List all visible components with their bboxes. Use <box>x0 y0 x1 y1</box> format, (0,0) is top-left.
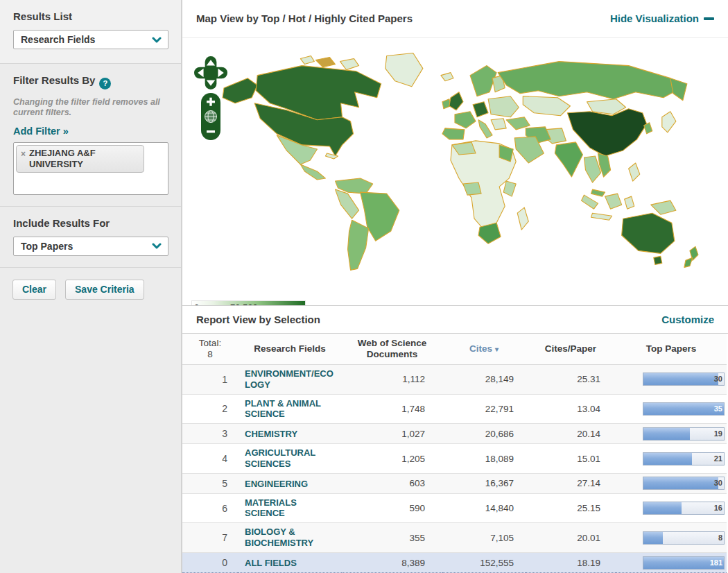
country-region <box>348 220 369 270</box>
clear-button[interactable]: Clear <box>12 280 56 300</box>
total-count-header: Total: 8 <box>182 334 238 365</box>
top-papers-bar[interactable]: 19 <box>643 427 725 441</box>
top-papers-bar-fill <box>643 428 690 440</box>
table-row: 2 PLANT & ANIMAL SCIENCE 1,748 22,791 13… <box>182 394 727 424</box>
globe-icon[interactable] <box>205 110 217 122</box>
cites-per-paper-value: 15.01 <box>526 444 616 474</box>
country-region <box>340 58 359 69</box>
zoom-out-icon[interactable] <box>207 130 215 132</box>
country-region <box>523 96 570 116</box>
country-region <box>684 257 693 267</box>
report-table: Total: 8 Research Fields Web of Science … <box>182 334 727 573</box>
results-list-selected-value: Research Fields <box>21 34 95 45</box>
country-region <box>555 142 582 177</box>
row-rank: 7 <box>182 523 238 553</box>
cites-value: 28,149 <box>442 365 526 395</box>
country-region <box>223 78 257 103</box>
top-papers-bar-fill <box>643 502 682 514</box>
results-list-select[interactable]: Research Fields <box>13 30 168 49</box>
map-panel-header: Map View by Top / Hot / Highly Cited Pap… <box>182 0 728 37</box>
add-filter-link[interactable]: Add Filter » <box>13 126 69 137</box>
main-content: Map View by Top / Hot / Highly Cited Pap… <box>182 0 728 573</box>
help-icon[interactable]: ? <box>99 78 111 89</box>
report-view-title: Report View by Selection <box>196 314 320 325</box>
top-papers-bar[interactable]: 30 <box>643 477 725 490</box>
wos-documents-value: 1,027 <box>342 424 442 444</box>
country-region <box>491 119 506 130</box>
table-row: 6 MATERIALS SCIENCE 590 14,840 25.15 16 <box>182 493 727 523</box>
customize-link[interactable]: Customize <box>661 314 714 325</box>
column-header-top-papers[interactable]: Top Papers <box>616 334 727 365</box>
research-field-link[interactable]: ALL FIELDS <box>245 558 297 569</box>
filter-chip-label: ZHEJIANG A&F UNIVERSITY <box>29 148 137 170</box>
row-rank: 3 <box>182 424 238 444</box>
top-papers-bar[interactable]: 8 <box>643 531 725 545</box>
top-papers-value: 8 <box>718 533 722 542</box>
country-region <box>335 189 358 219</box>
wos-documents-value: 1,748 <box>342 394 442 424</box>
research-field-link[interactable]: ENVIRONMENT/ECOLOGY <box>245 368 338 390</box>
top-papers-bar[interactable]: 16 <box>643 502 725 515</box>
active-filters-listbox: × ZHEJIANG A&F UNIVERSITY <box>13 142 168 195</box>
top-papers-bar[interactable]: 181 <box>643 556 725 570</box>
top-papers-bar-fill <box>643 373 718 385</box>
cites-per-paper-value: 25.15 <box>526 493 616 523</box>
chevron-down-icon <box>152 37 162 43</box>
save-criteria-button[interactable]: Save Criteria <box>65 280 144 300</box>
country-region <box>584 156 600 182</box>
total-value: 8 <box>184 349 236 360</box>
row-rank: 6 <box>182 493 238 523</box>
country-region <box>300 55 314 64</box>
top-papers-value: 30 <box>714 375 722 383</box>
top-papers-bar[interactable]: 35 <box>643 402 725 416</box>
top-papers-bar[interactable]: 30 <box>643 373 725 386</box>
research-field-link[interactable]: PLANT & ANIMAL SCIENCE <box>245 398 338 420</box>
table-row: 4 AGRICULTURAL SCIENCES 1,205 18,089 15.… <box>182 444 727 474</box>
table-row: 3 CHEMISTRY 1,027 20,686 20.14 19 <box>182 424 727 444</box>
map-visualization-region[interactable]: 0 79,529 <box>182 37 728 305</box>
cites-value: 14,840 <box>442 493 526 523</box>
column-header-research-fields[interactable]: Research Fields <box>238 334 342 365</box>
country-region <box>625 196 634 209</box>
minus-icon <box>704 17 714 20</box>
hide-visualization-link[interactable]: Hide Visualization <box>610 12 714 24</box>
include-results-select[interactable]: Top Papers <box>13 237 168 256</box>
country-region <box>506 117 530 130</box>
country-region <box>300 164 325 180</box>
results-list-section: Results List Research Fields <box>0 0 181 64</box>
legend-min-value: 0 <box>194 302 199 305</box>
wos-documents-value: 1,205 <box>342 444 442 474</box>
country-region <box>629 163 640 181</box>
top-papers-value: 181 <box>710 558 722 567</box>
world-map[interactable] <box>211 46 712 285</box>
include-results-section: Include Results For Top Papers <box>0 207 181 268</box>
research-field-link[interactable]: CHEMISTRY <box>245 429 297 440</box>
map-pan-control[interactable] <box>194 56 227 89</box>
row-rank: 5 <box>182 473 238 493</box>
cites-per-paper-value: 20.14 <box>526 424 616 444</box>
top-papers-value: 30 <box>714 479 722 487</box>
column-header-wos-documents[interactable]: Web of Science Documents <box>342 334 442 365</box>
country-region <box>622 213 675 253</box>
research-field-link[interactable]: MATERIALS SCIENCE <box>245 497 338 519</box>
row-rank: 0 <box>182 553 238 573</box>
column-header-cites[interactable]: Cites ▾ <box>442 334 526 365</box>
top-papers-value: 35 <box>714 404 722 413</box>
top-papers-value: 21 <box>714 454 722 463</box>
cites-per-paper-value: 20.01 <box>526 523 616 553</box>
country-region <box>651 200 676 214</box>
include-results-selected-value: Top Papers <box>21 241 73 252</box>
country-region <box>591 213 612 220</box>
map-zoom-control[interactable] <box>200 92 221 141</box>
research-field-link[interactable]: AGRICULTURAL SCIENCES <box>245 447 338 469</box>
research-field-link[interactable]: ENGINEERING <box>245 479 308 490</box>
column-header-cites-per-paper[interactable]: Cites/Paper <box>526 334 616 365</box>
country-region <box>455 112 476 128</box>
cites-value: 20,686 <box>442 424 526 444</box>
research-field-link[interactable]: BIOLOGY & BIOCHEMISTRY <box>245 527 338 548</box>
filter-chip-zhejiang-af-university[interactable]: × ZHEJIANG A&F UNIVERSITY <box>16 145 144 173</box>
cites-value: 7,105 <box>442 523 526 553</box>
remove-filter-icon[interactable]: × <box>21 149 26 159</box>
sort-descending-icon: ▾ <box>495 345 499 353</box>
top-papers-bar[interactable]: 21 <box>643 452 725 465</box>
